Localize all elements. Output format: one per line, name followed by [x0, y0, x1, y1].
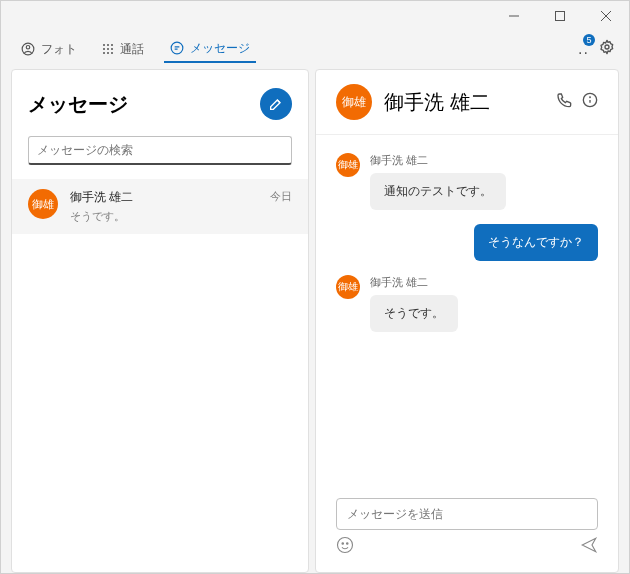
chat-input-area: [316, 490, 618, 572]
svg-point-6: [171, 42, 183, 54]
message-sender: 御手洗 雄二: [370, 153, 506, 168]
chat-input-container: [336, 498, 598, 530]
tab-label: 通話: [120, 41, 144, 58]
tab-calls[interactable]: 通話: [97, 37, 150, 62]
tab-label: メッセージ: [190, 40, 250, 57]
info-button[interactable]: [582, 92, 598, 112]
notifications-button[interactable]: .. 5: [578, 40, 589, 58]
settings-button[interactable]: [599, 39, 615, 59]
phone-icon: [556, 92, 572, 108]
message-icon: [170, 41, 184, 55]
tab-photo[interactable]: フォト: [15, 37, 83, 62]
send-icon: [580, 536, 598, 554]
message-avatar: 御雄: [336, 153, 360, 177]
photo-icon: [21, 42, 35, 56]
notification-badge: 5: [583, 34, 595, 46]
message-in: 御雄 御手洗 雄二 そうです。: [336, 275, 598, 332]
tab-messages[interactable]: メッセージ: [164, 36, 256, 63]
window-titlebar: [1, 1, 629, 31]
message-avatar: 御雄: [336, 275, 360, 299]
window-maximize-button[interactable]: [537, 1, 583, 31]
message-bubble: そうです。: [370, 295, 458, 332]
message-bubble: 通知のテストです。: [370, 173, 506, 210]
compose-icon: [268, 96, 284, 112]
search-container: [28, 136, 292, 165]
search-input[interactable]: [29, 137, 291, 163]
top-nav: フォト 通話 メッセージ .. 5: [1, 31, 629, 67]
chat-header-avatar: 御雄: [336, 84, 372, 120]
conversation-snippet: そうです。: [70, 209, 270, 224]
chat-input[interactable]: [337, 499, 597, 529]
chat-body: 御雄 御手洗 雄二 通知のテストです。 そうなんですか？ 御雄 御手洗 雄二 そ…: [316, 135, 618, 490]
panel-title: メッセージ: [28, 91, 128, 118]
svg-point-11: [338, 538, 353, 553]
window-minimize-button[interactable]: [491, 1, 537, 31]
call-button[interactable]: [556, 92, 572, 112]
message-out: そうなんですか？: [336, 224, 598, 261]
chat-panel: 御雄 御手洗 雄二 御雄 御手洗 雄二 通知のテストです。 そうなんですか？ 御…: [315, 69, 619, 573]
message-sender: 御手洗 雄二: [370, 275, 458, 290]
gear-icon: [599, 39, 615, 55]
tab-label: フォト: [41, 41, 77, 58]
message-bubble: そうなんですか？: [474, 224, 598, 261]
conversation-name: 御手洗 雄二: [70, 189, 270, 206]
svg-point-13: [347, 543, 349, 545]
svg-point-10: [590, 97, 591, 98]
chat-header-name: 御手洗 雄二: [384, 89, 490, 116]
chat-header: 御雄 御手洗 雄二: [316, 70, 618, 135]
svg-rect-1: [556, 12, 565, 21]
send-button[interactable]: [580, 536, 598, 558]
svg-point-7: [605, 45, 609, 49]
window-close-button[interactable]: [583, 1, 629, 31]
emoji-icon: [336, 536, 354, 554]
emoji-button[interactable]: [336, 536, 354, 558]
info-icon: [582, 92, 598, 108]
compose-button[interactable]: [260, 88, 292, 120]
svg-point-12: [342, 543, 344, 545]
avatar: 御雄: [28, 189, 58, 219]
conversations-panel: メッセージ 御雄 御手洗 雄二 そうです。 今日: [11, 69, 309, 573]
conversation-item[interactable]: 御雄 御手洗 雄二 そうです。 今日: [12, 179, 308, 234]
dialpad-icon: [103, 44, 114, 55]
svg-point-5: [26, 46, 30, 50]
message-in: 御雄 御手洗 雄二 通知のテストです。: [336, 153, 598, 210]
conversation-time: 今日: [270, 189, 292, 204]
